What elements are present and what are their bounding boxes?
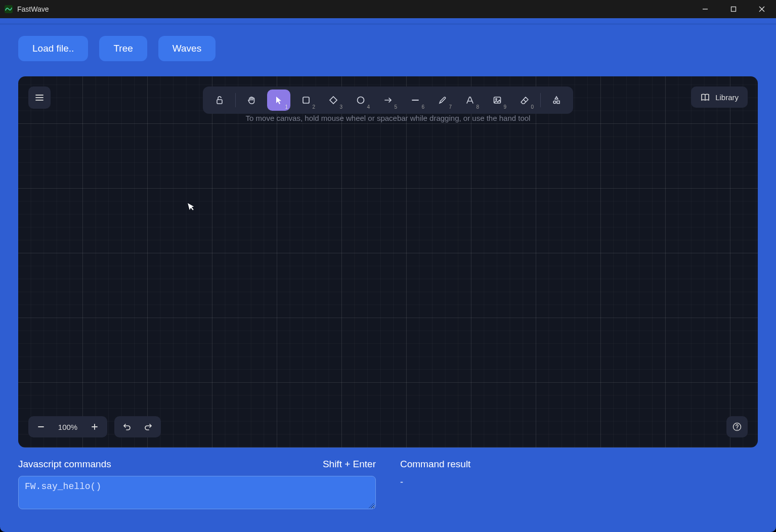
hand-tool[interactable] — [240, 90, 263, 111]
canvas-panel[interactable]: 1 2 3 4 5 — [18, 76, 758, 448]
rectangle-tool[interactable]: 2 — [294, 90, 318, 111]
result-label: Command result — [400, 459, 470, 470]
result-value: - — [400, 476, 758, 487]
commands-input[interactable]: FW.say_hello() — [18, 476, 376, 509]
svg-rect-2 — [731, 7, 736, 12]
help-button[interactable] — [726, 416, 748, 437]
svg-point-10 — [358, 97, 364, 104]
line-tool[interactable]: 6 — [404, 90, 427, 111]
select-tool[interactable]: 1 — [267, 90, 290, 111]
shapes-tool[interactable] — [545, 90, 568, 111]
divider — [235, 93, 236, 107]
close-button[interactable] — [748, 0, 776, 18]
minimize-button[interactable] — [691, 0, 719, 18]
svg-point-21 — [737, 429, 738, 430]
eraser-tool[interactable]: 0 — [513, 90, 536, 111]
cursor-icon — [187, 201, 196, 211]
zoom-level[interactable]: 100% — [52, 423, 84, 431]
svg-rect-8 — [217, 100, 222, 104]
tree-button[interactable]: Tree — [99, 36, 147, 61]
waves-button[interactable]: Waves — [158, 36, 215, 61]
app-frame: Load file.. Tree Waves 1 — [0, 18, 776, 532]
image-tool[interactable]: 9 — [486, 90, 509, 111]
canvas-hint: To move canvas, hold mouse wheel or spac… — [246, 114, 531, 122]
divider — [540, 93, 541, 107]
command-row: Javascript commands Shift + Enter FW.say… — [18, 459, 758, 509]
commands-label: Javascript commands — [18, 459, 111, 470]
window-title: FastWave — [17, 5, 49, 13]
svg-rect-9 — [303, 97, 309, 103]
top-button-bar: Load file.. Tree Waves — [18, 36, 758, 61]
zoom-out-button[interactable] — [30, 416, 52, 437]
svg-point-14 — [496, 99, 497, 100]
redo-button[interactable] — [138, 416, 159, 437]
svg-rect-16 — [557, 101, 559, 104]
load-file-button[interactable]: Load file.. — [18, 36, 88, 61]
canvas-toolbar: 1 2 3 4 5 — [203, 86, 573, 114]
ellipse-tool[interactable]: 4 — [349, 90, 372, 111]
arrow-tool[interactable]: 5 — [376, 90, 400, 111]
zoom-in-button[interactable] — [84, 416, 105, 437]
diamond-tool[interactable]: 3 — [322, 90, 345, 111]
lock-tool[interactable] — [208, 90, 231, 111]
pencil-tool[interactable]: 7 — [431, 90, 454, 111]
svg-point-15 — [553, 101, 556, 104]
commands-hint: Shift + Enter — [323, 459, 376, 470]
zoom-group: 100% — [28, 416, 161, 437]
titlebar: FastWave — [0, 0, 776, 18]
text-tool[interactable]: 8 — [458, 90, 482, 111]
undo-button[interactable] — [116, 416, 138, 437]
canvas-menu-button[interactable] — [28, 86, 51, 109]
library-label: Library — [715, 93, 739, 102]
maximize-button[interactable] — [719, 0, 748, 18]
library-button[interactable]: Library — [691, 86, 748, 108]
app-icon — [4, 5, 13, 14]
book-icon — [700, 92, 710, 102]
